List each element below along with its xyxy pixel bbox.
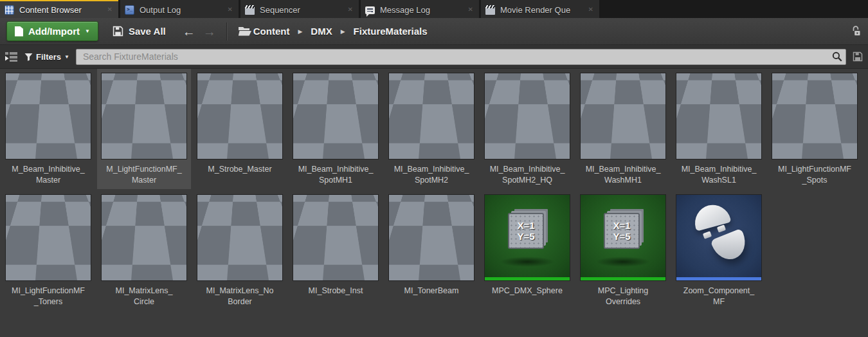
asset-thumbnail[interactable]: X=1 Y=5	[580, 194, 666, 281]
toolbar: Add/Import ▼ Save All ← → Content▶DMX▶Fi…	[0, 18, 868, 45]
asset-thumbnail[interactable]	[388, 73, 475, 159]
open-folder-icon	[238, 26, 252, 37]
asset-m-beam-inhibitive-master[interactable]: M_Beam_Inhibitive_ Master	[5, 73, 91, 185]
asset-m-lightfunctionmf-master[interactable]: M_LightFunctionMF_ Master	[101, 73, 187, 185]
asset-thumbnail[interactable]: X=1 Y=5	[484, 194, 570, 281]
material-sphere-preview	[11, 200, 86, 275]
asset-type-color-bar	[485, 156, 570, 159]
asset-type-color-bar	[485, 277, 570, 280]
asset-thumbnail[interactable]	[197, 194, 283, 281]
tab-output-log[interactable]: Output Log ✕	[120, 0, 239, 18]
tab-close-icon[interactable]: ✕	[226, 5, 234, 14]
asset-mi-lightfunctionmf-spots[interactable]: MI_LightFunctionMF _Spots	[772, 73, 858, 185]
mpc-pages-icon: X=1 Y=5	[604, 213, 640, 249]
asset-name-label: MI_Beam_Inhibitive_ SpotMH2	[388, 164, 475, 185]
asset-type-color-bar	[6, 277, 91, 280]
light-beam-preview	[332, 113, 340, 118]
asset-thumbnail[interactable]	[197, 73, 283, 159]
light-beam-preview	[427, 226, 436, 246]
light-beam-preview	[714, 105, 723, 124]
asset-mi-matrixlens-no-border[interactable]: MI_MatrixLens_No Border	[197, 194, 283, 307]
asset-mi-beam-inhibitive-spotmh2[interactable]: MI_Beam_Inhibitive_ SpotMH2	[388, 73, 475, 185]
asset-thumbnail[interactable]	[484, 73, 570, 159]
tab-close-icon[interactable]: ✕	[347, 5, 354, 14]
asset-thumbnail[interactable]	[101, 194, 187, 281]
asset-thumbnail[interactable]	[676, 73, 762, 159]
tab-close-icon[interactable]: ✕	[106, 5, 114, 14]
content-browser-icon	[5, 5, 14, 15]
new-asset-page-icon	[15, 26, 23, 37]
asset-type-color-bar	[197, 156, 282, 159]
asset-mi-beam-inhibitive-spotmh2-hq[interactable]: MI_Beam_Inhibitive_ SpotMH2_HQ	[484, 73, 570, 185]
asset-name-label: Zoom_Component_ MF	[676, 286, 762, 307]
asset-type-color-bar	[676, 156, 761, 159]
asset-m-strobe-master[interactable]: M_Strobe_Master	[197, 73, 283, 185]
material-sphere-preview	[777, 78, 852, 154]
tab-content-browser[interactable]: Content Browser ✕	[0, 0, 118, 18]
asset-mpc-dmx-sphere[interactable]: X=1 Y=5 MPC_DMX_Sphere	[484, 194, 570, 307]
asset-name-label: MI_MatrixLens_ Circle	[101, 286, 187, 307]
asset-mi-tonerbeam[interactable]: MI_TonerBeam	[388, 194, 475, 307]
tab-movie-render-que[interactable]: Movie Render Que ✕	[481, 0, 599, 18]
asset-mi-strobe-inst[interactable]: MI_Strobe_Inst	[293, 194, 379, 307]
back-arrow-button[interactable]: ←	[183, 25, 195, 38]
movie-render-queue-icon	[485, 5, 495, 15]
asset-thumbnail[interactable]	[5, 73, 91, 159]
add-import-label: Add/Import	[28, 26, 80, 37]
asset-zoom-component-mf[interactable]: Zoom_Component_ MF	[676, 194, 762, 307]
asset-mpc-lighting-overrides[interactable]: X=1 Y=5 MPC_Lighting Overrides	[580, 194, 666, 307]
breadcrumb-item-content[interactable]: Content	[253, 26, 290, 37]
asset-type-color-bar	[389, 277, 474, 280]
asset-type-color-bar	[389, 156, 474, 159]
save-all-label: Save All	[129, 26, 166, 37]
search-input[interactable]	[76, 49, 846, 65]
chevron-down-icon: ▼	[64, 54, 69, 60]
breadcrumb-separator-icon: ▶	[298, 28, 302, 35]
search-icon[interactable]	[831, 51, 843, 65]
asset-name-label: MPC_Lighting Overrides	[580, 286, 666, 307]
tab-bar: Content Browser ✕ Output Log ✕ Sequencer…	[0, 0, 868, 18]
material-function-sphere-icon	[676, 195, 761, 280]
tab-message-log[interactable]: Message Log ✕	[361, 0, 479, 18]
lock-open-icon[interactable]	[850, 25, 862, 37]
asset-thumbnail[interactable]	[101, 73, 187, 159]
asset-type-color-bar	[102, 156, 186, 159]
tab-close-icon[interactable]: ✕	[587, 5, 595, 14]
asset-name-label: MI_Strobe_Inst	[293, 286, 379, 296]
asset-mi-beam-inhibitive-washmh1[interactable]: MI_Beam_Inhibitive_ WashMH1	[580, 73, 666, 185]
asset-thumbnail[interactable]	[772, 73, 858, 159]
light-beam-preview	[427, 105, 436, 124]
asset-name-label: M_LightFunctionMF_ Master	[101, 164, 187, 185]
breadcrumb-item-dmx[interactable]: DMX	[311, 26, 332, 37]
asset-name-label: MI_TonerBeam	[388, 286, 475, 296]
asset-name-label: MPC_DMX_Sphere	[484, 286, 570, 296]
asset-thumbnail[interactable]	[580, 73, 666, 159]
add-import-button[interactable]: Add/Import ▼	[6, 21, 98, 41]
save-all-button[interactable]: Save All	[113, 26, 166, 37]
breadcrumb-item-fixturematerials[interactable]: FixtureMaterials	[354, 26, 428, 37]
material-sphere-preview	[106, 198, 183, 276]
material-sphere-preview	[202, 198, 279, 276]
asset-mi-lightfunctionmf-toners[interactable]: MI_LightFunctionMF _Toners	[5, 194, 91, 307]
asset-thumbnail[interactable]	[388, 194, 475, 281]
asset-thumbnail[interactable]	[676, 194, 762, 281]
asset-type-color-bar	[581, 277, 665, 280]
asset-name-label: M_Beam_Inhibitive_ Master	[5, 164, 91, 185]
tab-close-icon[interactable]: ✕	[467, 5, 475, 14]
asset-thumbnail[interactable]	[293, 73, 379, 159]
save-search-icon[interactable]	[853, 51, 863, 62]
sources-panel-toggle-icon[interactable]	[5, 51, 18, 62]
asset-mi-matrixlens-circle[interactable]: MI_MatrixLens_ Circle	[101, 194, 187, 307]
toolbar-divider	[226, 23, 228, 41]
light-beam-preview	[523, 105, 532, 124]
asset-thumbnail[interactable]	[5, 194, 91, 281]
asset-mi-beam-inhibitive-washsl1[interactable]: MI_Beam_Inhibitive_ WashSL1	[676, 73, 762, 185]
save-icon	[113, 26, 123, 37]
asset-thumbnail[interactable]	[293, 194, 379, 281]
tab-sequencer[interactable]: Sequencer ✕	[240, 0, 359, 18]
filters-button[interactable]: Filters ▼	[24, 52, 69, 62]
asset-mi-beam-inhibitive-spotmh1[interactable]: MI_Beam_Inhibitive_ SpotMH1	[293, 73, 379, 185]
breadcrumb: Content▶DMX▶FixtureMaterials	[253, 26, 428, 37]
asset-grid: M_Beam_Inhibitive_ Master M_LightFunctio…	[0, 69, 868, 337]
chevron-down-icon: ▼	[85, 28, 90, 34]
